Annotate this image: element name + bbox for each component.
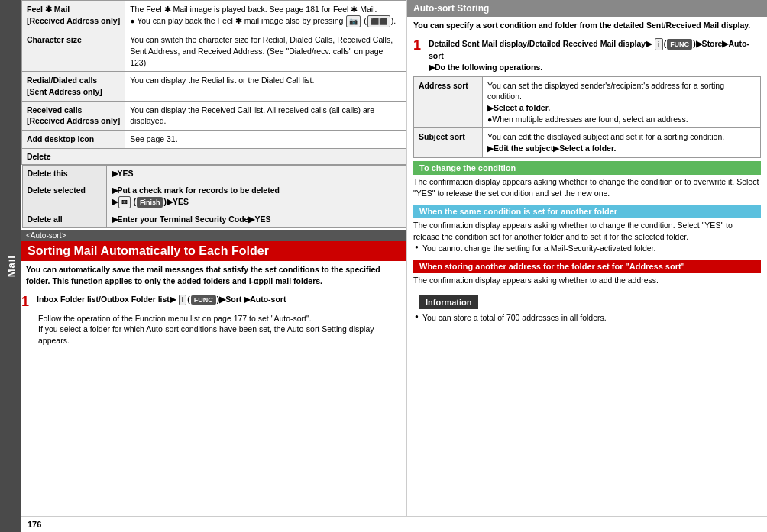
info-table: Feel ✱ Mail[Received Address only] The F…: [21, 0, 406, 228]
delete-this-label: Delete this: [22, 166, 106, 182]
address-sort-content: You can set the displayed sender's/recip…: [483, 76, 761, 128]
delete-subtable-cell: Delete this ▶YES Delete selected ▶Put a …: [22, 165, 406, 228]
table-row-delete: Delete this ▶YES Delete selected ▶Put a …: [22, 165, 406, 228]
autosort-title: Sorting Mail Automatically to Each Folde…: [21, 241, 406, 261]
autosort-storing-desc: You can specify a sort condition and fol…: [407, 17, 767, 35]
same-condition-bullet: You cannot change the setting for a Mail…: [413, 243, 655, 253]
info-header: Information: [419, 295, 478, 309]
same-condition-text: The confirmation display appears asking …: [407, 218, 767, 256]
table-content-char-size: You can switch the character size for Re…: [125, 31, 406, 72]
subject-sort-label: Subject sort: [414, 128, 483, 157]
subject-sort-content: You can edit the displayed subject and s…: [483, 128, 761, 157]
main-content: Feel ✱ Mail[Received Address only] The F…: [21, 0, 767, 532]
right-step-1: 1 Detailed Sent Mail display/Detailed Re…: [407, 35, 767, 73]
table-header-desktop-icon: Add desktop icon: [22, 131, 125, 149]
autosort-storing-header: Auto-sort Storing: [407, 0, 767, 17]
delete-selected-row: Delete selected ▶Put a check mark for re…: [22, 182, 406, 211]
table-content-redial: You can display the Redial list or the D…: [125, 72, 406, 101]
table-row: Redial/Dialed calls[Sent Address only] Y…: [22, 72, 406, 101]
table-content-feel-mail: The Feel ✱ Mail image is played back. Se…: [125, 1, 406, 31]
step-1-number: 1: [21, 295, 34, 308]
step-1-content: Inbox Folder list/Outbox Folder list▶ i(…: [37, 295, 406, 305]
info-bullet-1: You can store a total of 700 addresses i…: [413, 313, 607, 322]
columns-layout: Feel ✱ Mail[Received Address only] The F…: [21, 0, 767, 516]
address-sort-label: Address sort: [414, 76, 483, 128]
subject-sort-row: Subject sort You can edit the displayed …: [414, 128, 761, 157]
condition-text: The confirmation display appears asking …: [407, 175, 767, 202]
table-row: Character size You can switch the charac…: [22, 31, 406, 72]
table-header-received-calls: Received calls[Received Address only]: [22, 101, 125, 130]
table-content-received-calls: You can display the Received Call list. …: [125, 101, 406, 130]
table-header-redial: Redial/Dialed calls[Sent Address only]: [22, 72, 125, 101]
step-1-follow: Follow the operation of the Function men…: [21, 311, 406, 350]
autosort-desc: You can automatically save the mail mess…: [21, 261, 406, 289]
table-row-delete-header: Delete: [22, 148, 406, 165]
delete-all-row: Delete all ▶Enter your Terminal Security…: [22, 211, 406, 228]
table-header-feel-mail: Feel ✱ Mail[Received Address only]: [22, 1, 125, 31]
step-1: 1 Inbox Folder list/Outbox Folder list▶ …: [21, 295, 406, 308]
page-number: 176: [28, 520, 41, 529]
delete-this-row: Delete this ▶YES: [22, 166, 406, 182]
right-sort-table: Address sort You can set the displayed s…: [413, 76, 761, 158]
sidebar: Mail: [0, 0, 21, 532]
sidebar-label: Mail: [5, 255, 17, 277]
right-step-1-content: Detailed Sent Mail display/Detailed Rece…: [429, 38, 761, 73]
delete-selected-label: Delete selected: [22, 182, 106, 211]
table-row: Feel ✱ Mail[Received Address only] The F…: [22, 1, 406, 31]
address-sort-row: Address sort You can set the displayed s…: [414, 76, 761, 128]
page-footer: 176: [21, 516, 767, 532]
same-condition-header: When the same condition is set for anoth…: [413, 205, 761, 218]
right-column: Auto-sort Storing You can specify a sort…: [407, 0, 767, 516]
table-content-desktop-icon: See page 31.: [125, 131, 406, 149]
info-content: You can store a total of 700 addresses i…: [407, 311, 767, 327]
condition-header: To change the condition: [413, 161, 761, 175]
address-sort-text: The confirmation display appears asking …: [407, 273, 767, 289]
address-sort-header: When storing another address for the fol…: [413, 260, 761, 273]
delete-all-label: Delete all: [22, 211, 106, 228]
delete-table: Delete this ▶YES Delete selected ▶Put a …: [22, 165, 406, 228]
delete-header: Delete: [22, 148, 406, 165]
autosort-tag: <Auto-sort>: [21, 230, 406, 241]
info-header-wrapper: Information: [407, 289, 767, 311]
right-step-1-number: 1: [413, 38, 426, 52]
delete-all-value: ▶Enter your Terminal Security Code▶YES: [106, 211, 406, 228]
left-column: Feel ✱ Mail[Received Address only] The F…: [21, 0, 407, 516]
delete-this-value: ▶YES: [106, 166, 406, 182]
delete-selected-value: ▶Put a check mark for records to be dele…: [106, 182, 406, 211]
table-header-char-size: Character size: [22, 31, 125, 72]
table-row: Add desktop icon See page 31.: [22, 131, 406, 149]
table-row: Received calls[Received Address only] Yo…: [22, 101, 406, 130]
